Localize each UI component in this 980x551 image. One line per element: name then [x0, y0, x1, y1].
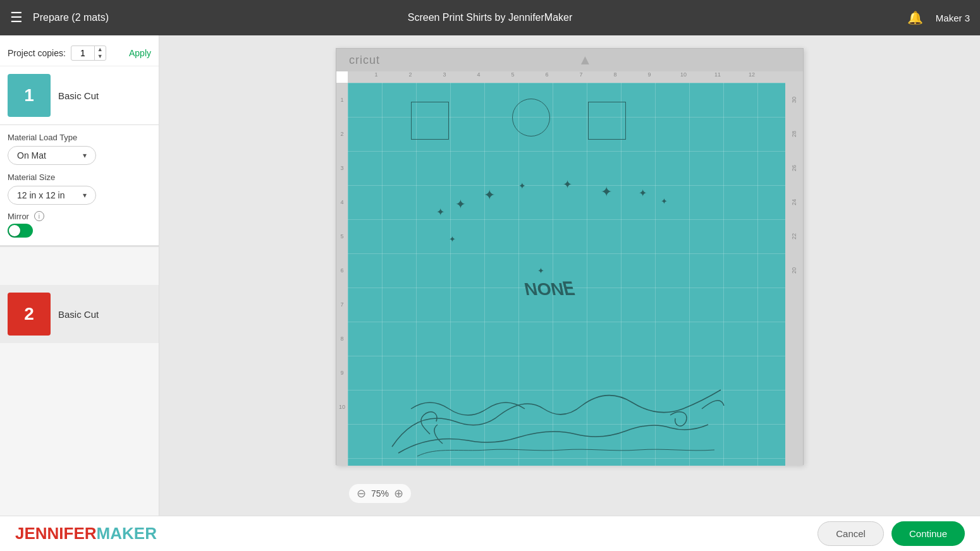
material-size-label: Material Size — [8, 173, 151, 182]
mat2-card: 2 Basic Cut — [0, 285, 159, 343]
ruler-v-3: 3 — [336, 151, 348, 185]
swirl-svg — [379, 358, 733, 459]
ruler-num-8: 8 — [598, 71, 632, 83]
ruler-num-7: 7 — [564, 71, 598, 83]
continue-button[interactable]: Continue — [891, 521, 965, 546]
main-layout: Project copies: 1 ▲ ▼ Apply 1 Basic Cut … — [0, 35, 980, 516]
mat1-header: 1 Basic Cut — [8, 74, 151, 117]
sparkle-8: ✦ — [661, 197, 668, 206]
ruler-v-8: 8 — [336, 322, 348, 356]
ruler-top: 1 2 3 4 5 6 7 8 9 10 11 12 — [348, 71, 803, 83]
canvas-area: cricut ▲ 1 2 3 4 5 6 7 8 9 10 11 — [159, 35, 980, 516]
mat1-settings: Material Load Type On Mat ▾ Material Siz… — [0, 125, 159, 247]
toggle-thumb — [9, 225, 20, 236]
ruler-v-4: 4 — [336, 185, 348, 219]
header-right: 🔔 Maker 3 — [907, 10, 970, 25]
mirror-row: Mirror i — [8, 211, 151, 221]
sparkle-3: ✦ — [484, 187, 495, 203]
sparkle-9: ✦ — [449, 234, 456, 244]
mat-up-arrow-icon: ▲ — [579, 52, 592, 68]
menu-icon[interactable]: ☰ — [10, 9, 23, 26]
mat-body: 1 2 3 4 5 6 7 8 9 10 — [336, 83, 803, 466]
ruler-right-num: 30 — [791, 83, 797, 117]
cancel-button[interactable]: Cancel — [818, 521, 884, 546]
left-ruler: 1 2 3 4 5 6 7 8 9 10 — [336, 83, 348, 466]
zoom-level: 75% — [371, 488, 389, 499]
material-size-dropdown[interactable]: 12 in x 12 in ▾ — [8, 186, 96, 205]
mat1-cut-label: Basic Cut — [58, 90, 99, 101]
mirror-info-icon[interactable]: i — [34, 211, 44, 221]
shape-rect-2 — [588, 102, 626, 140]
cricut-logo: cricut — [349, 54, 380, 67]
ruler-num-9: 9 — [632, 71, 666, 83]
ruler-num-1: 1 — [359, 71, 393, 83]
ruler-right-num-5: 22 — [791, 219, 797, 253]
project-copies-label: Project copies: — [8, 48, 66, 58]
copies-up-arrow[interactable]: ▲ — [95, 46, 106, 53]
toggle-track — [8, 224, 33, 238]
sparkle-5: ✦ — [563, 178, 572, 191]
maker-logo-part: MAKER — [97, 524, 157, 543]
ruler-num-10: 10 — [666, 71, 701, 83]
header-center-title: Screen Print Shirts by JenniferMaker — [408, 12, 573, 23]
mat2-header: 2 Basic Cut — [8, 293, 151, 336]
ruler-right-num-4: 24 — [791, 185, 797, 219]
material-size-value: 12 in x 12 in — [17, 190, 65, 200]
ruler-num-2: 2 — [393, 71, 427, 83]
copies-value: 1 — [71, 47, 94, 59]
mirror-toggle[interactable] — [8, 224, 33, 238]
zoom-in-button[interactable]: ⊕ — [394, 487, 403, 500]
ruler-num-4: 4 — [462, 71, 496, 83]
cricut-mat: cricut ▲ 1 2 3 4 5 6 7 8 9 10 11 — [336, 48, 804, 465]
ruler-v-5: 5 — [336, 219, 348, 253]
shape-rect-1 — [411, 102, 449, 140]
zoom-out-button[interactable]: ⊖ — [357, 487, 366, 500]
ruler-numbers-horizontal: 1 2 3 4 5 6 7 8 9 10 11 12 — [359, 71, 785, 83]
jennifermaker-logo: JENNIFERMAKER — [15, 524, 157, 543]
ruler-v-6: 6 — [336, 253, 348, 288]
apply-button[interactable]: Apply — [129, 48, 151, 58]
copies-arrows: ▲ ▼ — [94, 46, 106, 60]
mirror-label: Mirror — [8, 212, 29, 221]
ruler-num-5: 5 — [496, 71, 530, 83]
material-load-type-label: Material Load Type — [8, 133, 151, 142]
ruler-num-3: 3 — [427, 71, 462, 83]
user-label: Maker 3 — [936, 13, 970, 23]
material-load-chevron-icon: ▾ — [83, 151, 87, 160]
mirrored-text-none: ƎИOИ — [525, 279, 575, 300]
sparkle-4: ✦ — [518, 181, 526, 191]
ruler-v-7: 7 — [336, 288, 348, 322]
footer: JENNIFERMAKER Cancel Continue — [0, 516, 980, 551]
ruler-v-1: 1 — [336, 83, 348, 117]
ruler-num-6: 6 — [530, 71, 564, 83]
ruler-v-9: 9 — [336, 356, 348, 390]
mat1-thumbnail[interactable]: 1 — [8, 74, 51, 117]
ruler-v-2: 2 — [336, 117, 348, 151]
footer-buttons: Cancel Continue — [818, 521, 965, 546]
header-title: Prepare (2 mats) — [33, 12, 109, 23]
mat1-card: 1 Basic Cut — [0, 66, 159, 125]
right-ruler: 30 28 26 24 22 20 — [785, 83, 803, 466]
material-load-type-dropdown[interactable]: On Mat ▾ — [8, 146, 96, 165]
mat2-thumbnail[interactable]: 2 — [8, 293, 51, 336]
ruler-num-11: 11 — [701, 71, 735, 83]
mat-top-bar: cricut ▲ — [336, 49, 803, 71]
sparkle-2: ✦ — [455, 197, 466, 212]
shape-circle-1 — [512, 99, 550, 136]
material-load-type-value: On Mat — [17, 150, 46, 160]
ruler-right-num-2: 28 — [791, 117, 797, 151]
zoom-controls: ⊖ 75% ⊕ — [349, 484, 411, 503]
ruler-num-12: 12 — [735, 71, 769, 83]
jennifer-logo-part: JENNIFER — [15, 524, 97, 543]
copies-down-arrow[interactable]: ▼ — [95, 53, 106, 60]
ruler-v-10: 10 — [336, 390, 348, 424]
sparkle-6: ✦ — [601, 184, 612, 200]
project-copies-section: Project copies: 1 ▲ ▼ Apply — [0, 35, 159, 66]
ruler-right-num-3: 26 — [791, 151, 797, 185]
notification-bell-icon[interactable]: 🔔 — [907, 10, 923, 25]
mat-grid: ✦ ✦ ✦ ✦ ✦ ✦ ✦ ✦ ✦ ✦ ƎИOИ — [348, 83, 785, 466]
sparkle-1: ✦ — [436, 206, 444, 218]
material-size-chevron-icon: ▾ — [83, 191, 87, 200]
ruler-right-num-6: 20 — [791, 253, 797, 288]
sparkle-10: ✦ — [537, 266, 544, 276]
